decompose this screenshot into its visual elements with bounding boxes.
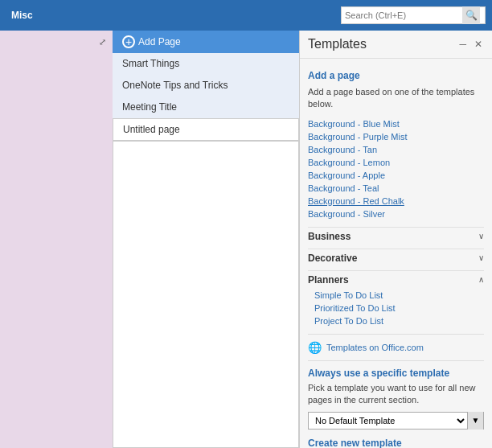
add-page-section-title: Add a page bbox=[308, 70, 484, 81]
panel-title: Templates bbox=[308, 37, 367, 51]
divider bbox=[308, 334, 484, 335]
create-section: Create new template Save current page as… bbox=[308, 438, 484, 448]
pin-button[interactable]: ─ bbox=[457, 39, 468, 50]
panel-body: Add a page Add a page based on one of th… bbox=[300, 59, 492, 448]
office-link-label: Templates on Office.com bbox=[326, 343, 424, 352]
main-area: ⤢ + Add Page Smart Things OneNote Tips a… bbox=[0, 31, 492, 448]
planners-category[interactable]: Planners ∧ bbox=[308, 270, 484, 289]
dropdown-chevron-icon: ▼ bbox=[472, 416, 480, 425]
office-link[interactable]: 🌐 Templates on Office.com bbox=[308, 341, 484, 354]
add-page-label: Add Page bbox=[138, 36, 181, 47]
decorative-category[interactable]: Decorative ∨ bbox=[308, 249, 484, 267]
misc-label: Misc bbox=[6, 8, 38, 23]
expand-icon[interactable]: ⤢ bbox=[99, 37, 106, 47]
template-prioritized-todo[interactable]: Prioritized To Do List bbox=[314, 302, 484, 314]
template-lemon[interactable]: Background - Lemon bbox=[308, 156, 484, 169]
page-list: Smart Things OneNote Tips and Tricks Mee… bbox=[113, 53, 299, 141]
dropdown-button[interactable]: ▼ bbox=[467, 412, 483, 430]
panel-header: Templates ─ ✕ bbox=[300, 31, 492, 59]
template-blue-mist[interactable]: Background - Blue Mist bbox=[308, 117, 484, 130]
page-item-smart-things[interactable]: Smart Things bbox=[113, 53, 299, 75]
add-page-section-desc: Add a page based on one of the templates… bbox=[308, 86, 484, 111]
planner-template-list: Simple To Do List Prioritized To Do List… bbox=[308, 289, 484, 327]
search-box[interactable]: 🔍 bbox=[341, 6, 486, 24]
page-content bbox=[113, 141, 299, 448]
template-tan[interactable]: Background - Tan bbox=[308, 143, 484, 156]
page-item-untitled[interactable]: Untitled page bbox=[113, 118, 299, 141]
template-project-todo[interactable]: Project To Do List bbox=[314, 314, 484, 327]
add-page-button[interactable]: + Add Page bbox=[113, 31, 299, 53]
decorative-chevron: ∨ bbox=[478, 253, 484, 262]
office-icon: 🌐 bbox=[308, 341, 322, 354]
toolbar: Misc 🔍 bbox=[0, 0, 492, 31]
panel-controls: ─ ✕ bbox=[457, 39, 484, 50]
middle-panel: + Add Page Smart Things OneNote Tips and… bbox=[113, 31, 299, 448]
left-panel: ⤢ bbox=[0, 31, 113, 448]
business-chevron: ∨ bbox=[478, 232, 484, 240]
template-apple[interactable]: Background - Apple bbox=[308, 169, 484, 182]
search-button[interactable]: 🔍 bbox=[462, 6, 480, 24]
planners-chevron: ∧ bbox=[478, 275, 484, 284]
template-silver[interactable]: Background - Silver bbox=[308, 208, 484, 220]
template-purple-mist[interactable]: Background - Purple Mist bbox=[308, 130, 484, 143]
template-red-chalk[interactable]: Background - Red Chalk bbox=[308, 195, 484, 208]
business-category[interactable]: Business ∨ bbox=[308, 227, 484, 245]
close-button[interactable]: ✕ bbox=[473, 39, 484, 50]
plus-circle-icon: + bbox=[122, 35, 135, 48]
background-template-list: Background - Blue Mist Background - Purp… bbox=[308, 117, 484, 220]
create-title: Create new template bbox=[308, 438, 484, 448]
page-item-onenote-tips[interactable]: OneNote Tips and Tricks bbox=[113, 75, 299, 97]
templates-panel: Templates ─ ✕ Add a page Add a page base… bbox=[299, 31, 492, 448]
planners-label: Planners bbox=[308, 274, 349, 286]
template-teal[interactable]: Background - Teal bbox=[308, 182, 484, 195]
always-section: Always use a specific template Pick a te… bbox=[308, 368, 484, 430]
template-simple-todo[interactable]: Simple To Do List bbox=[314, 289, 484, 302]
divider2 bbox=[308, 360, 484, 361]
template-dropdown[interactable]: No Default Template bbox=[309, 413, 467, 429]
always-desc: Pick a template you want to use for all … bbox=[308, 382, 484, 407]
search-icon: 🔍 bbox=[465, 10, 478, 21]
search-input[interactable] bbox=[342, 10, 462, 20]
page-item-meeting-title[interactable]: Meeting Title bbox=[113, 97, 299, 118]
decorative-label: Decorative bbox=[308, 253, 357, 264]
always-title: Always use a specific template bbox=[308, 368, 484, 379]
business-label: Business bbox=[308, 231, 351, 242]
template-dropdown-wrapper[interactable]: No Default Template ▼ bbox=[308, 412, 484, 430]
